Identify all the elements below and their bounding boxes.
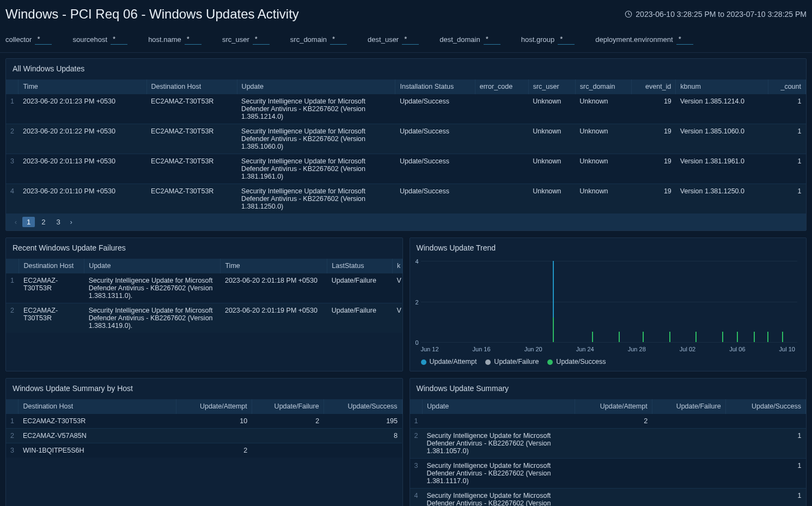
filter-sourcehost[interactable]: sourcehost* [72,34,127,45]
filter-src_user[interactable]: src_user* [222,34,270,45]
col-header[interactable]: k [393,259,402,273]
filter-src_domain[interactable]: src_domain* [290,34,347,45]
legend-item-attempt[interactable]: Update/Attempt [421,358,477,365]
panel-title: Windows Update Summary [410,379,807,399]
col-header[interactable]: src_user [528,80,575,94]
filter-dest_domain[interactable]: dest_domain* [439,34,500,45]
col-header[interactable]: Update/Success [323,399,402,414]
col-header[interactable]: Update/Failure [252,399,323,414]
page-1[interactable]: 1 [22,217,35,227]
chart-bar[interactable] [669,332,670,342]
chart-bar[interactable] [767,332,768,342]
chart-bar[interactable] [782,332,783,342]
table-row[interactable]: 4 2023-06-20 2:01:10 PM +0530 EC2AMAZ-T3… [6,184,806,214]
table-row[interactable]: 1 2 [410,414,806,429]
filter-label: src_user [222,35,249,44]
filter-value[interactable]: * [402,34,419,45]
filter-value[interactable]: * [484,34,500,45]
filter-value[interactable]: * [330,34,347,45]
col-header[interactable] [6,399,19,414]
filter-value[interactable]: * [253,34,270,45]
y-tick: 2 [416,299,419,306]
table-row[interactable]: 1 EC2AMAZ-T30T53R Security Intelligence … [6,273,402,303]
panel-summary-host: Windows Update Summary by Host Destinati… [5,378,403,506]
filter-value[interactable]: * [676,34,693,45]
col-header[interactable] [6,80,19,94]
filter-value[interactable]: * [558,34,575,45]
table-row[interactable]: 2 2023-06-20 2:01:22 PM +0530 EC2AMAZ-T3… [6,124,806,154]
clock-icon [625,10,632,18]
filter-bar: collector*sourcehost*host.name*src_user*… [0,31,812,53]
page-2[interactable]: 2 [37,217,50,227]
pagination: ‹ 123› [6,214,806,230]
filter-label: src_domain [290,35,327,44]
chart-bar[interactable] [619,332,620,342]
panel-all-updates: All Windows Updates TimeDestination Host… [5,58,807,231]
filter-value[interactable]: * [111,34,127,45]
filter-dest_user[interactable]: dest_user* [368,34,419,45]
col-header[interactable]: Update/Attempt [176,399,252,414]
panel-title: Recent Windows Update Failures [6,238,402,259]
page-3[interactable]: 3 [52,217,64,227]
time-range[interactable]: 2023-06-10 3:28:25 PM to 2023-07-10 3:28… [625,10,807,19]
col-header[interactable]: Destination Host [19,259,84,273]
filter-label: collector [5,35,32,44]
table-row[interactable]: 3 WIN-1BQITPE5S6H 2 [6,443,402,458]
chart-bar[interactable] [643,332,644,342]
page-prev-icon[interactable]: ‹ [11,218,20,226]
col-header[interactable]: Destination Host [146,80,237,94]
table-row[interactable]: 3 Security Intelligence Update for Micro… [410,459,806,489]
time-range-text: 2023-06-10 3:28:25 PM to 2023-07-10 3:28… [636,10,807,19]
table-row[interactable]: 1 2023-06-20 2:01:23 PM +0530 EC2AMAZ-T3… [6,94,806,124]
col-header[interactable]: LastStatus [327,259,393,273]
filter-value[interactable]: * [35,34,52,45]
trend-chart: 4 2 0 Jun 12Jun 16Jun 20Jun 24Jun 28Jul … [410,259,807,371]
table-row[interactable]: 3 2023-06-20 2:01:13 PM +0530 EC2AMAZ-T3… [6,154,806,184]
filter-value[interactable]: * [185,34,202,45]
col-header[interactable]: Update [84,259,221,273]
col-header[interactable]: Update [237,80,395,94]
table-row[interactable]: 2 EC2AMAZ-T30T53R Security Intelligence … [6,303,402,333]
table-row[interactable]: 2 Security Intelligence Update for Micro… [410,429,806,459]
chart-bar[interactable] [695,332,697,342]
circle-icon [485,359,491,365]
table-row[interactable]: 1 EC2AMAZ-T30T53R 10 2 195 [6,414,402,429]
x-tick: Jun 16 [473,346,491,352]
x-tick: Jun 12 [421,346,439,352]
chart-bar[interactable] [592,332,593,342]
table-row[interactable]: 2 EC2AMAZ-V57A85N 8 [6,429,402,443]
filter-host.group[interactable]: host.group* [521,34,575,45]
col-header[interactable] [6,259,19,273]
col-header[interactable]: Time [221,259,327,273]
page-next-icon[interactable]: › [67,218,76,226]
filter-label: host.name [148,35,181,44]
col-header[interactable]: Installation Status [395,80,475,94]
circle-icon [547,359,553,365]
col-header[interactable]: event_id [632,80,676,94]
col-header[interactable]: Update/Attempt [575,399,652,414]
col-header[interactable]: _count [768,80,805,94]
panel-title: All Windows Updates [6,59,806,80]
filter-label: dest_user [368,35,399,44]
chart-bar[interactable] [553,318,554,342]
panel-failures: Recent Windows Update Failures Destinati… [5,237,403,371]
chart-bar[interactable] [737,332,738,342]
col-header[interactable]: Update [422,399,575,414]
col-header[interactable]: kbnum [676,80,768,94]
chart-bar[interactable] [722,332,723,342]
col-header[interactable]: src_domain [575,80,631,94]
summary-table: UpdateUpdate/AttemptUpdate/FailureUpdate… [410,399,807,506]
chart-bar[interactable] [754,332,755,342]
col-header[interactable]: Destination Host [19,399,176,414]
col-header[interactable]: Update/Success [725,399,805,414]
filter-host.name[interactable]: host.name* [148,34,202,45]
col-header[interactable]: error_code [475,80,528,94]
legend-item-failure[interactable]: Update/Failure [485,358,539,365]
col-header[interactable]: Time [19,80,146,94]
col-header[interactable] [410,399,423,414]
table-row[interactable]: 4 Security Intelligence Update for Micro… [410,489,806,507]
filter-deployment.environment[interactable]: deployment.environment* [595,34,693,45]
filter-collector[interactable]: collector* [5,34,52,45]
col-header[interactable]: Update/Failure [652,399,725,414]
legend-item-success[interactable]: Update/Success [547,358,606,365]
